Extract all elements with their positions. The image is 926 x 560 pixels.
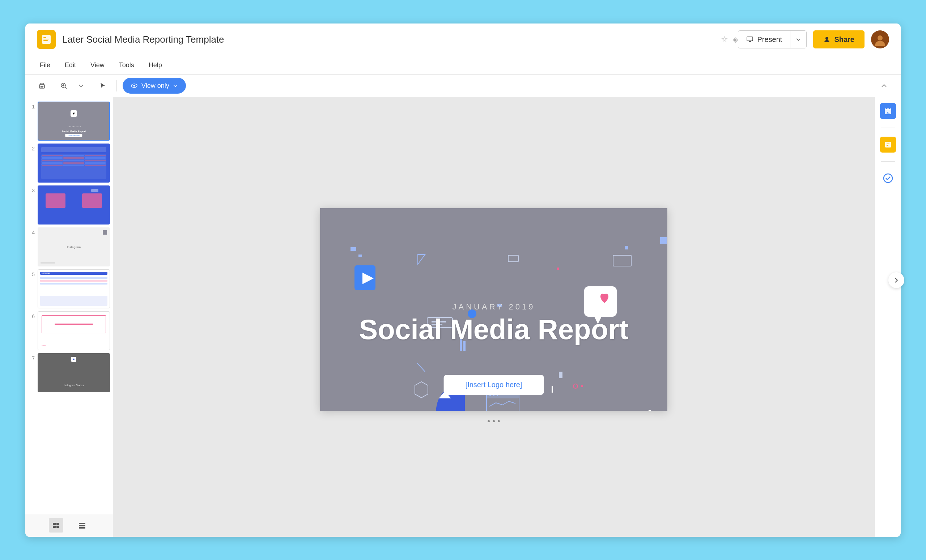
svg-rect-19 (56, 523, 59, 525)
slide-thumb-5[interactable]: INSTAGRAM (38, 269, 110, 308)
svg-rect-24 (79, 527, 85, 528)
slide-item-3[interactable]: 3 (28, 186, 110, 225)
slide-item-4[interactable]: 4 Instagram (28, 227, 110, 266)
share-button[interactable]: Share (813, 30, 864, 48)
slide5-header: INSTAGRAM (40, 272, 107, 275)
present-button[interactable]: Present (738, 30, 806, 48)
grid-view-button[interactable] (75, 518, 89, 533)
slide6-label: Stories (42, 344, 46, 346)
list-view-button[interactable] (49, 518, 63, 533)
slide-panel-wrapper: 1 ♥ JANUARY 2019 Social Media Report [In… (25, 97, 113, 537)
svg-rect-11 (41, 87, 43, 88)
svg-rect-29 (359, 255, 362, 257)
svg-line-44 (417, 363, 425, 372)
slide-thumb-1[interactable]: ♥ JANUARY 2019 Social Media Report [Inse… (38, 101, 110, 140)
svg-rect-28 (351, 247, 356, 251)
drive-icon: ◈ (732, 35, 738, 44)
menu-file[interactable]: File (34, 59, 56, 71)
right-panel-calendar[interactable]: 31 (880, 103, 896, 119)
svg-point-52 (581, 385, 583, 387)
cursor-button[interactable] (95, 78, 111, 94)
slide-date-text: JANUARY 2019 (452, 302, 535, 311)
svg-rect-22 (79, 523, 85, 524)
slide-thumb-2[interactable] (38, 143, 110, 183)
print-button[interactable] (34, 78, 50, 94)
svg-rect-3 (44, 37, 46, 38)
main-content: 1 ♥ JANUARY 2019 Social Media Report [In… (25, 97, 901, 537)
svg-rect-46 (487, 392, 519, 411)
slide-dot: • • • (487, 417, 500, 426)
slide4-label: Instagram (67, 245, 81, 248)
menu-bar: File Edit View Tools Help (25, 56, 901, 75)
doc-title: Later Social Media Reporting Template (62, 34, 717, 45)
slide-main-title: Social Media Report (320, 313, 667, 346)
svg-marker-26 (362, 273, 374, 284)
slide3-mini (91, 189, 98, 192)
view-only-label: View only (141, 82, 169, 90)
slide-item-1[interactable]: 1 ♥ JANUARY 2019 Social Media Report [In… (28, 101, 110, 140)
svg-rect-20 (53, 526, 56, 528)
menu-edit[interactable]: Edit (59, 59, 82, 71)
slide-logo-text: [Insert Logo here] (466, 381, 522, 389)
svg-text:31: 31 (886, 111, 890, 114)
slide-thumb-6[interactable]: Stories (38, 311, 110, 350)
collapse-toolbar-button[interactable] (876, 78, 892, 94)
svg-rect-68 (649, 410, 651, 411)
svg-rect-25 (354, 266, 375, 290)
star-icon[interactable]: ☆ (721, 35, 728, 44)
slide-thumb-3[interactable] (38, 186, 110, 225)
svg-point-51 (573, 384, 578, 388)
svg-point-50 (497, 395, 498, 396)
svg-marker-45 (415, 382, 428, 398)
list-view-icon (52, 521, 60, 529)
present-dropdown-button[interactable] (790, 31, 806, 48)
slide-number-5: 5 (28, 272, 35, 277)
slide-panel-footer (25, 514, 113, 537)
person-icon (823, 36, 831, 43)
slide5-row2 (40, 280, 107, 282)
view-only-button[interactable]: View only (123, 78, 186, 94)
menu-help[interactable]: Help (143, 59, 168, 71)
present-main-button[interactable]: Present (738, 31, 790, 48)
right-panel-check[interactable] (880, 170, 896, 186)
chevron-right-icon (893, 277, 900, 284)
svg-rect-53 (559, 372, 563, 378)
eye-icon (130, 82, 138, 89)
slide-item-5[interactable]: 5 INSTAGRAM (28, 269, 110, 308)
svg-rect-5 (749, 41, 751, 42)
header-actions: Present Share (738, 30, 889, 48)
svg-point-78 (884, 174, 892, 183)
right-panel-tasks[interactable] (880, 137, 896, 152)
zoom-group (56, 78, 89, 94)
slide-thumb-7[interactable]: ■ Instagram Stories (38, 353, 110, 392)
menu-view[interactable]: View (85, 59, 110, 71)
user-avatar[interactable] (871, 30, 889, 48)
main-slide: JANUARY 2019 Social Media Report [Insert… (320, 208, 667, 411)
toolbar-divider (117, 80, 117, 92)
header: Later Social Media Reporting Template ☆ … (25, 24, 901, 56)
slide2-table (41, 154, 106, 179)
svg-rect-18 (53, 523, 56, 525)
slide-item-6[interactable]: 6 Stories (28, 311, 110, 350)
zoom-button[interactable] (56, 78, 72, 94)
svg-rect-30 (584, 286, 617, 317)
share-label: Share (834, 35, 854, 44)
slide-item-7[interactable]: 7 ■ Instagram Stories (28, 353, 110, 392)
svg-rect-66 (557, 267, 559, 270)
slide5-chart (40, 296, 107, 306)
chevron-up-icon (881, 82, 888, 89)
svg-rect-1 (44, 39, 49, 39)
slide1-sub: JANUARY 2019 (38, 126, 109, 128)
menu-tools[interactable]: Tools (113, 59, 140, 71)
grid-view-icon (78, 521, 86, 529)
slide-thumb-4[interactable]: Instagram (38, 227, 110, 266)
slide-item-2[interactable]: 2 (28, 143, 110, 183)
slide-title-text: Social Media Report (359, 314, 629, 345)
expand-right-button[interactable] (888, 272, 904, 288)
zoom-dropdown-button[interactable] (73, 78, 89, 94)
slide-nav-dots: • • • (487, 417, 500, 426)
svg-point-8 (878, 35, 882, 41)
svg-marker-27 (418, 255, 425, 264)
right-panel-divider-1 (881, 128, 895, 128)
present-label: Present (757, 35, 782, 44)
